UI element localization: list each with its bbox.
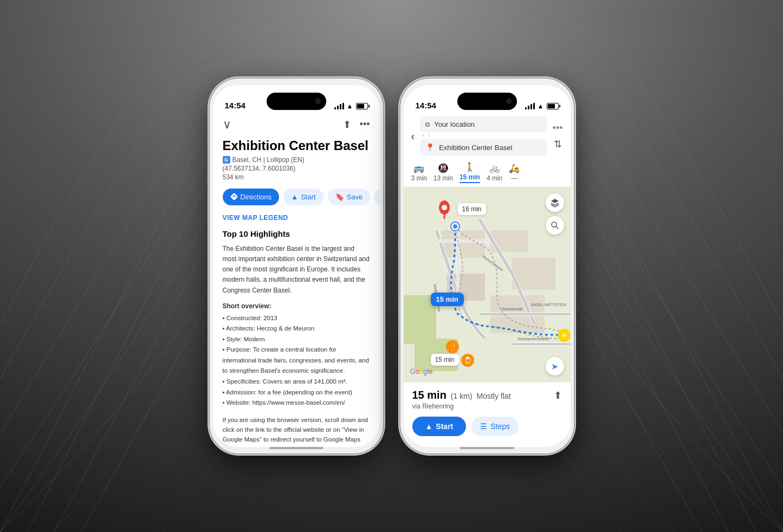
steps-icon: ☰ [480, 422, 487, 431]
signal-bar-3 [340, 104, 341, 109]
svg-text:Wettsteinalle: Wettsteinalle [501, 307, 523, 311]
svg-text:BASEL-WETTSTEIN: BASEL-WETTSTEIN [531, 303, 566, 307]
map-layers-button[interactable] [546, 193, 564, 212]
start-navigation-button[interactable]: ▲ Start [412, 417, 467, 436]
map-bubble-16min: 16 min [458, 203, 486, 215]
svg-point-19 [442, 205, 447, 210]
p2-topbar: ‹ Your location 📍 [404, 113, 571, 159]
status-icons-1: ▲ [334, 102, 368, 110]
connector-dot-1 [423, 135, 424, 137]
view-map-legend[interactable]: VIEW MAP LEGEND [223, 214, 370, 222]
walk-time: 15 min [460, 173, 480, 181]
map-controls [546, 193, 564, 235]
compass-icon: ➤ [551, 361, 558, 372]
svg-text:★: ★ [561, 332, 567, 339]
map-search-button[interactable] [546, 216, 564, 235]
battery-icon-1 [356, 103, 368, 109]
from-input-text[interactable]: Your location [434, 120, 541, 128]
p2-inputs: Your location 📍 Exhibition Center Basel [420, 116, 547, 155]
steps-button[interactable]: ☰ Steps [471, 417, 519, 436]
bullet-6: • Admission: for a fee (depending on the… [223, 387, 370, 398]
p1-back-button[interactable]: ∨ [223, 118, 231, 132]
search-icon [551, 221, 559, 230]
directions-button[interactable]: Directions [223, 189, 280, 205]
overview-title: Short overview: [223, 302, 370, 310]
navigate-button[interactable]: ➤ [546, 357, 564, 375]
tab-moto[interactable]: 🛵 — [509, 163, 520, 182]
start-icon: ▲ [291, 193, 298, 201]
to-input-row[interactable]: 📍 Exhibition Center Basel [420, 139, 547, 155]
map-view[interactable]: Riehenstrasse Wettsteinalle Wettsteinstr… [404, 187, 571, 382]
route-bottom-panel: 15 min (1 km) Mostly flat ⬆ via Riehenri… [404, 382, 571, 443]
save-button[interactable]: 🔖 Save [328, 189, 371, 205]
transport-tabs: 🚌 3 min 🚇 13 min 🚶 15 min 🚲 4 min [404, 159, 571, 187]
directions-icon [230, 193, 238, 200]
bullet-7: • Website: https://www.messe-basel.com/e… [223, 398, 370, 408]
time-1: 14:54 [225, 101, 245, 110]
route-action-buttons: ▲ Start ☰ Steps [412, 417, 562, 436]
tab-walk[interactable]: 🚶 15 min [460, 162, 480, 183]
place-source: Basel, CH | Lollipop (EN) [232, 156, 305, 164]
bullet-3: • Style: Modern [223, 334, 370, 345]
phone-2-screen: 14:54 ▲ ‹ [404, 85, 571, 447]
walk-tab-indicator [460, 182, 480, 183]
svg-text:Grenzacherstrasse: Grenzacherstrasse [517, 337, 549, 341]
p1-share-icon[interactable]: ⬆ [343, 119, 351, 131]
connector-dot-2 [429, 135, 430, 137]
battery-fill-2 [548, 104, 555, 108]
google-g-icon: G [223, 156, 230, 164]
start-button[interactable]: ▲ Start [283, 189, 323, 205]
place-description: The Exhibition Center Basel is the large… [223, 244, 370, 296]
wifi-icon-1: ▲ [347, 102, 353, 110]
footer-text: If you are using the browser version, sc… [223, 415, 370, 447]
svg-rect-1 [230, 193, 238, 200]
section-title: Top 10 Highlights [223, 229, 370, 238]
tab-bike[interactable]: 🚲 4 min [487, 163, 502, 182]
route-share-button[interactable]: ⬆ [554, 390, 562, 401]
bullet-5: • Specificities: Covers an area of 141,0… [223, 377, 370, 387]
p2-back-button[interactable]: ‹ [411, 130, 415, 142]
home-indicator-1 [269, 447, 323, 449]
route-distance: (1 km) [451, 392, 473, 400]
bullet-list: • Constructed: 2013 • Architects: Herzog… [223, 313, 370, 408]
walk-icon: 🚶 [464, 162, 475, 172]
moto-icon: 🛵 [509, 163, 520, 173]
camera-1 [315, 99, 321, 104]
signal-bar-1 [334, 107, 336, 109]
bullet-4: • Purpose: To create a central location … [223, 345, 370, 377]
phone-2: 14:54 ▲ ‹ [400, 79, 574, 453]
save-icon: 🔖 [335, 193, 344, 201]
home-indicator-2 [460, 447, 514, 449]
tab-bus[interactable]: 🚌 3 min [411, 163, 427, 182]
route-via: via Riehenring [412, 403, 562, 410]
route-terrain: Mostly flat [477, 392, 511, 400]
bus-icon: 🚌 [413, 163, 424, 173]
signal-bar-2 [337, 106, 339, 109]
metro-icon: 🚇 [438, 163, 449, 173]
p2-more-button[interactable]: ••• [553, 122, 563, 134]
google-logo: Google [410, 367, 433, 375]
wifi-icon-2: ▲ [538, 102, 544, 110]
camera-2 [506, 99, 512, 104]
dynamic-island-1 [267, 93, 326, 110]
place-distance: 534 km [223, 173, 370, 181]
route-summary: 15 min (1 km) Mostly flat ⬆ [412, 389, 562, 401]
time-2: 14:54 [416, 101, 436, 110]
to-input-text[interactable]: Exhibition Center Basel [439, 144, 541, 152]
p2-swap-button[interactable]: ⇅ [554, 138, 562, 150]
map-bubble-15min-2: 15 min [431, 354, 459, 366]
phone-1-content[interactable]: ∨ ⬆ ••• Exhibition Center Basel G Basel,… [213, 113, 380, 447]
share-button-2[interactable]: ⬆ [374, 189, 379, 205]
bus-time: 3 min [411, 174, 427, 182]
place-subtitle: G Basel, CH | Lollipop (EN) [223, 156, 370, 164]
bullet-1: • Constructed: 2013 [223, 313, 370, 324]
phones-container: 14:54 ▲ [210, 79, 574, 453]
phone-1: 14:54 ▲ [210, 79, 383, 453]
bullet-2: • Architects: Herzog & de Meuron [223, 323, 370, 334]
phone-1-screen: 14:54 ▲ [213, 85, 380, 447]
from-input-row[interactable]: Your location [420, 116, 547, 132]
tab-metro[interactable]: 🚇 13 min [433, 163, 453, 182]
origin-dot-icon [425, 122, 430, 127]
p1-more-icon[interactable]: ••• [360, 119, 370, 131]
route-time: 15 min [412, 389, 446, 401]
